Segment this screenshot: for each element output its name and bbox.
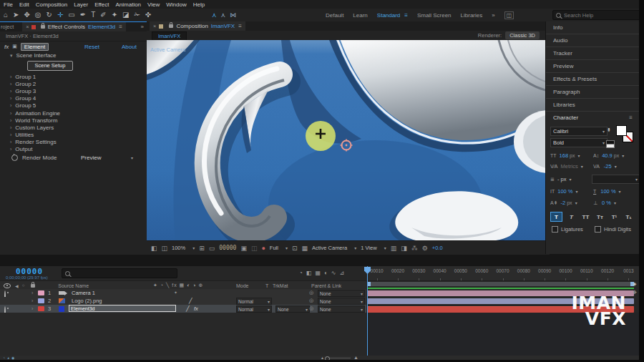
stroke-over-fill-icon[interactable] (606, 144, 615, 148)
menu-layer[interactable]: Layer (74, 1, 88, 8)
subscript-button[interactable]: T₁ (623, 212, 634, 221)
font-size-control[interactable]: TT 168 px ▾ (550, 152, 580, 159)
all-caps-button[interactable]: TT (580, 212, 591, 221)
menu-window[interactable]: Window (166, 1, 186, 8)
stroke-width-control[interactable]: ≣ - px ▾ (550, 176, 571, 182)
panel-tab-audio[interactable]: Audio (546, 34, 640, 47)
mirror-monitor-icon[interactable]: ◫ (162, 245, 168, 252)
tab-close-icon[interactable]: × (26, 24, 29, 30)
panel-tab-tracker[interactable]: Tracker (546, 47, 640, 59)
group-row[interactable]: ›Animation Engine (10, 109, 60, 117)
brush-tool-icon[interactable]: ✐ (100, 9, 106, 21)
font-style-dropdown[interactable]: Bold ▾ (550, 138, 608, 147)
menu-file[interactable]: File (4, 1, 13, 8)
solo-column-icon[interactable]: ○ (22, 283, 25, 288)
type-tool-icon[interactable]: T (91, 9, 95, 21)
null-object-handle[interactable] (306, 121, 336, 151)
baseline-shift-control[interactable]: A⇞ -2 px ▾ (550, 200, 577, 206)
transparency-grid-icon[interactable]: ▦ (302, 245, 308, 252)
vertical-scale-control[interactable]: IT 100 % ▾ (550, 188, 578, 195)
panel-tab-effects-presets[interactable]: Effects & Presets (546, 72, 640, 85)
layer-name[interactable]: Logo (2).png (72, 298, 102, 304)
lock-icon[interactable] (41, 25, 45, 29)
workspace-menu-icon[interactable]: ≡ (404, 12, 408, 19)
menu-help[interactable]: Help (193, 1, 205, 8)
show-snapshot-icon[interactable]: ◫ (251, 245, 258, 252)
always-preview-icon[interactable]: ◧ (151, 245, 157, 252)
tab-overflow-icon[interactable]: » (141, 24, 144, 30)
view-axis-icon[interactable]: ⋈ (230, 11, 236, 19)
view-layout-dropdown[interactable]: 1 View (361, 245, 376, 251)
av-features-icon[interactable]: ✦ (174, 290, 177, 295)
group-row[interactable]: ›Group 4 (10, 95, 60, 102)
source-name-column[interactable]: Source Name (58, 283, 89, 288)
stopwatch-icon[interactable] (11, 155, 18, 161)
pixel-aspect-icon[interactable]: ▥ (391, 245, 397, 252)
mini-flowchart-icon[interactable]: ◔ (299, 270, 303, 276)
panel-menu-icon[interactable]: ≡ (119, 24, 122, 30)
collapse-switch[interactable]: ╱ (189, 298, 192, 304)
parent-dropdown[interactable]: None▾ (318, 298, 365, 305)
collapse-switch[interactable]: ╱ (186, 305, 190, 312)
expand-arrow-icon[interactable]: › (31, 298, 33, 303)
show-channel-icon[interactable]: ● (261, 245, 265, 252)
trkmat-column[interactable]: TrkMat (273, 283, 288, 288)
faux-italic-button[interactable]: T (566, 212, 577, 221)
small-caps-button[interactable]: Tᴛ (595, 212, 605, 221)
expand-arrow-icon[interactable]: › (31, 290, 33, 295)
blend-mode-dropdown[interactable]: Normal▾ (236, 298, 272, 305)
effect-name[interactable]: Element (21, 43, 49, 51)
reset-exposure-icon[interactable]: ⚙ (422, 245, 428, 252)
frame-blend-icon[interactable]: ◐ (324, 270, 328, 276)
label-color-chip[interactable] (38, 290, 44, 295)
menu-view[interactable]: View (147, 1, 160, 8)
group-row[interactable]: ›Group 5 (10, 102, 60, 109)
kerning-control[interactable]: V⁄A Metrics ▾ (550, 163, 583, 170)
leading-control[interactable]: A↕ 40.9 px ▾ (593, 152, 624, 159)
hand-tool-icon[interactable]: ✥ (24, 9, 29, 21)
composition-viewport[interactable]: Active Camera (147, 40, 545, 240)
workspace-learn[interactable]: Learn (353, 12, 367, 19)
mode-column[interactable]: Mode (236, 283, 249, 288)
about-link[interactable]: About (122, 44, 137, 50)
graph-editor-icon[interactable]: ⊿ (340, 270, 345, 276)
draft-3d-icon[interactable]: ◧ (306, 270, 312, 276)
hindi-digits-checkbox[interactable] (595, 226, 601, 233)
grid-guides-icon[interactable]: ⊞ (199, 245, 205, 252)
ligatures-checkbox[interactable] (552, 226, 558, 233)
safe-margins-icon[interactable]: ▭ (209, 245, 215, 252)
timeline-search-box[interactable] (62, 268, 177, 278)
puppet-pin-tool-icon[interactable]: ✜ (145, 9, 151, 21)
font-family-dropdown[interactable]: Calibri ▾ (550, 127, 608, 136)
comp-marker-bin-icon[interactable]: ◈ (633, 281, 636, 287)
parent-dropdown[interactable]: None▾ (318, 290, 365, 297)
menu-animation[interactable]: Animation (115, 1, 141, 8)
panel-tab-libraries[interactable]: Libraries (546, 98, 640, 111)
menu-composition[interactable]: Composition (36, 1, 67, 8)
label-color-chip[interactable] (38, 306, 44, 311)
composition-tab[interactable]: × Composition ImanVFX ≡ (150, 21, 245, 31)
timeline-zoom-track[interactable] (326, 358, 351, 358)
panel-tab-preview[interactable]: Preview (546, 59, 640, 72)
comp-view-tab[interactable]: ImanVFX (152, 31, 187, 40)
panel-menu-icon[interactable]: ≡ (629, 114, 633, 121)
group-row[interactable]: ›Utilities (10, 132, 60, 139)
group-row[interactable]: ›Group 3 (10, 87, 60, 94)
collapse-arrow-icon[interactable]: ▾ (10, 53, 13, 59)
label-color-chip[interactable] (38, 298, 44, 303)
scene-setup-button[interactable]: Scene Setup (27, 61, 73, 71)
zoom-tool-icon[interactable]: ◎ (35, 9, 42, 21)
menu-effect[interactable]: Effect (94, 1, 109, 8)
menu-edit[interactable]: Edit (19, 1, 29, 8)
layer-name-edit-field[interactable]: Element3d (69, 305, 176, 312)
camera-dropdown[interactable]: Active Camera (312, 245, 347, 251)
workspace-libraries[interactable]: Libraries (461, 12, 483, 19)
parent-dropdown[interactable]: None▾ (318, 305, 365, 313)
preview-timecode[interactable]: 00000 (219, 245, 236, 251)
group-row[interactable]: ›Group 2 (10, 80, 60, 87)
zoom-in-mountain-icon[interactable]: ▲ (353, 355, 358, 360)
pickwhip-icon[interactable]: ◎ (309, 305, 313, 311)
faux-bold-button[interactable]: T (550, 212, 562, 222)
tsume-control[interactable]: ⊥ 0 % ▾ (593, 200, 616, 206)
hide-shy-icon[interactable]: ▦ (315, 270, 321, 276)
